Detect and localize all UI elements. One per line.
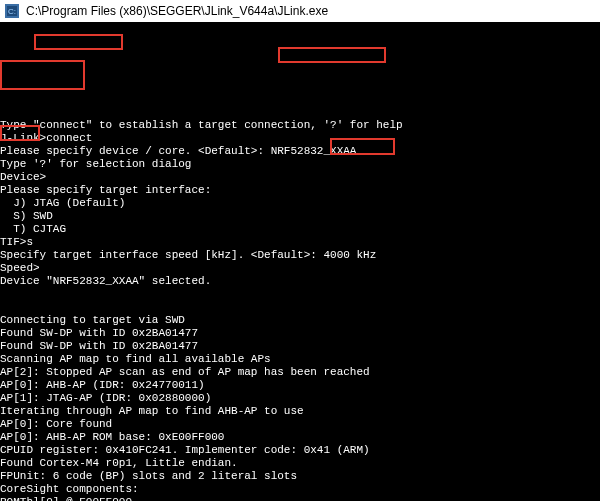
terminal-line: Please specify target interface: xyxy=(0,184,600,197)
terminal-line: AP[0]: Core found xyxy=(0,418,600,431)
terminal-line: Speed> xyxy=(0,262,600,275)
highlight-connect xyxy=(34,34,123,50)
terminal-line: AP[1]: JTAG-AP (IDR: 0x02880000) xyxy=(0,392,600,405)
terminal-line: AP[2]: Stopped AP scan as end of AP map … xyxy=(0,366,600,379)
terminal-line: FPUnit: 6 code (BP) slots and 2 literal … xyxy=(0,470,600,483)
terminal-line: Connecting to target via SWD xyxy=(0,314,600,327)
svg-text:C:: C: xyxy=(8,7,16,16)
terminal-line: Type '?' for selection dialog xyxy=(0,158,600,171)
terminal-line: Specify target interface speed [kHz]. <D… xyxy=(0,249,600,262)
highlight-device xyxy=(278,47,386,63)
window-title-bar: C: C:\Program Files (x86)\SEGGER\JLink_V… xyxy=(0,0,600,22)
terminal-line: J-Link>connect xyxy=(0,132,600,145)
terminal-line: CPUID register: 0x410FC241. Implementer … xyxy=(0,444,600,457)
terminal-line: Device> xyxy=(0,171,600,184)
app-icon: C: xyxy=(4,3,20,19)
terminal-line: Iterating through AP map to find AHB-AP … xyxy=(0,405,600,418)
terminal-line: Type "connect" to establish a target con… xyxy=(0,119,600,132)
terminal-line: Found SW-DP with ID 0x2BA01477 xyxy=(0,340,600,353)
terminal-line: CoreSight components: xyxy=(0,483,600,496)
terminal-line xyxy=(0,106,600,119)
terminal-line: Found Cortex-M4 r0p1, Little endian. xyxy=(0,457,600,470)
terminal-line: Found SW-DP with ID 0x2BA01477 xyxy=(0,327,600,340)
terminal-line: AP[0]: AHB-AP (IDR: 0x24770011) xyxy=(0,379,600,392)
terminal-line xyxy=(0,301,600,314)
terminal-line: Please specify device / core. <Default>:… xyxy=(0,145,600,158)
terminal-line: ROMTbl[0] @ E00FF000 xyxy=(0,496,600,501)
terminal-line: T) CJTAG xyxy=(0,223,600,236)
terminal-line: S) SWD xyxy=(0,210,600,223)
terminal-line: Scanning AP map to find all available AP… xyxy=(0,353,600,366)
terminal-line: AP[0]: AHB-AP ROM base: 0xE00FF000 xyxy=(0,431,600,444)
terminal-line: J) JTAG (Default) xyxy=(0,197,600,210)
terminal-line xyxy=(0,288,600,301)
terminal-line: Device "NRF52832_XXAA" selected. xyxy=(0,275,600,288)
window-title: C:\Program Files (x86)\SEGGER\JLink_V644… xyxy=(26,4,328,18)
terminal-line: TIF>s xyxy=(0,236,600,249)
highlight-device-prompt xyxy=(0,60,85,90)
terminal-output[interactable]: Type "connect" to establish a target con… xyxy=(0,22,600,501)
